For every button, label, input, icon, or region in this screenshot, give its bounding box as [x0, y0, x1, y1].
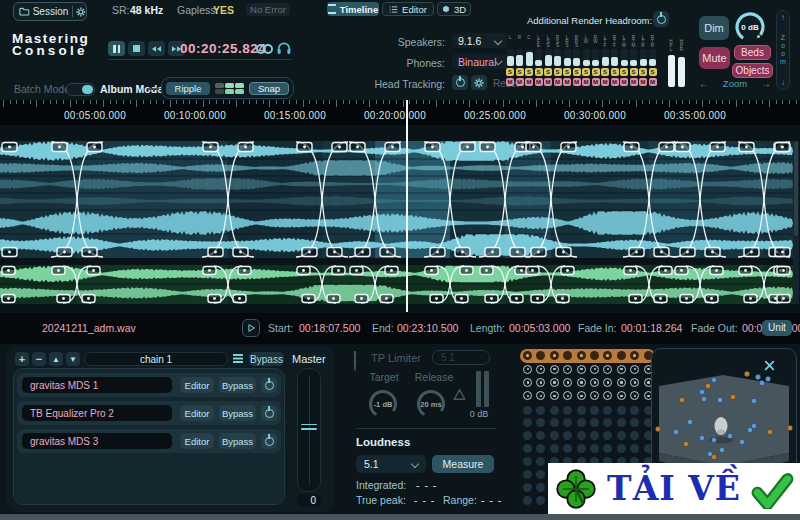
- object-point-orange[interactable]: [787, 425, 792, 430]
- object-grid-dot-dim[interactable]: [523, 496, 532, 505]
- clip-play-button[interactable]: [242, 319, 260, 337]
- playhead[interactable]: [406, 100, 408, 312]
- object-point-orange[interactable]: [730, 394, 735, 399]
- rewind-button[interactable]: [148, 41, 165, 56]
- session-button[interactable]: Session: [13, 2, 87, 21]
- object-grid-dot-active[interactable]: [617, 351, 626, 360]
- object-grid-dot-dim[interactable]: [577, 444, 586, 453]
- channel-mute-button[interactable]: M: [649, 78, 657, 86]
- channel-solo-button[interactable]: S: [525, 68, 533, 76]
- waveform-scrollbar[interactable]: [793, 141, 799, 304]
- object-grid-dot-dim[interactable]: [577, 431, 586, 440]
- channel-mute-button[interactable]: M: [535, 78, 543, 86]
- object-point-orange[interactable]: [767, 429, 772, 434]
- object-point-blue[interactable]: [717, 397, 722, 402]
- object-grid-dot-ring[interactable]: [630, 378, 639, 387]
- channel-solo-button[interactable]: S: [573, 68, 581, 76]
- object-point-blue[interactable]: [701, 396, 706, 401]
- object-grid-dot-ring[interactable]: [617, 391, 626, 400]
- scrollbar-thumb[interactable]: [794, 141, 798, 236]
- chain-bypass-button[interactable]: Bypass: [249, 352, 284, 366]
- objects-button[interactable]: Objects: [732, 63, 773, 78]
- channel-mute-button[interactable]: M: [516, 78, 524, 86]
- object-grid-dot-dim[interactable]: [617, 406, 626, 415]
- horizontal-zoom-control[interactable]: ← Zoom →: [699, 77, 771, 90]
- stop-button[interactable]: [128, 41, 145, 56]
- speakers-dropdown[interactable]: 9.1.6: [452, 33, 507, 48]
- plugin-bypass-button[interactable]: Bypass: [219, 433, 256, 449]
- plugin-editor-button[interactable]: Editor: [180, 377, 214, 393]
- plugin-power-button[interactable]: [261, 377, 277, 393]
- plugin-power-button[interactable]: [261, 433, 277, 449]
- channel-mute-button[interactable]: M: [582, 78, 590, 86]
- object-grid-dot-ring[interactable]: [550, 378, 559, 387]
- object-point-orange[interactable]: [744, 371, 749, 376]
- zoom-up-arrow-icon[interactable]: ↑: [781, 13, 785, 22]
- object-point-blue[interactable]: [687, 419, 692, 424]
- limiter-power-icon[interactable]: [354, 353, 356, 372]
- channel-mute-button[interactable]: M: [611, 78, 619, 86]
- headroom-power-button[interactable]: [653, 11, 669, 27]
- chain-name-field[interactable]: chain 1: [84, 352, 228, 366]
- beds-button[interactable]: Beds: [734, 45, 771, 60]
- monitor-level-knob[interactable]: 0 dB: [733, 10, 767, 44]
- bed-waveform-lanes[interactable]: [0, 141, 793, 258]
- object-grid-dot-dim[interactable]: [590, 406, 599, 415]
- object-grid-dot-ring[interactable]: [617, 378, 626, 387]
- object-point-blue[interactable]: [751, 423, 756, 428]
- object-grid-dot-dim[interactable]: [563, 406, 572, 415]
- channel-solo-button[interactable]: S: [649, 68, 657, 76]
- pause-button[interactable]: [108, 41, 125, 56]
- master-fader-track[interactable]: [297, 368, 321, 492]
- object-point-blue[interactable]: [765, 376, 770, 381]
- object-grid-dot-dim[interactable]: [577, 418, 586, 427]
- object-point-blue[interactable]: [739, 439, 744, 444]
- object-grid-dot-dim[interactable]: [523, 406, 532, 415]
- object-grid-dot-ring[interactable]: [603, 365, 612, 374]
- head-tracking-settings-button[interactable]: [471, 75, 487, 90]
- object-grid-dot-active[interactable]: [523, 351, 532, 360]
- end-value[interactable]: 00:23:10.500: [397, 322, 458, 334]
- object-grid-dot-dim[interactable]: [523, 483, 532, 492]
- snap-button[interactable]: Snap: [249, 82, 289, 95]
- object-point-blue[interactable]: [711, 377, 716, 382]
- object-grid-dot-ring[interactable]: [590, 378, 599, 387]
- channel-mute-button[interactable]: M: [544, 78, 552, 86]
- move-down-button[interactable]: ▼: [66, 352, 80, 366]
- object-point-blue[interactable]: [699, 389, 704, 394]
- object-point-blue[interactable]: [759, 380, 764, 385]
- channel-solo-button[interactable]: S: [601, 68, 609, 76]
- plugin-editor-button[interactable]: Editor: [180, 405, 214, 421]
- fade-in-value[interactable]: 00:01:18.264: [621, 322, 682, 334]
- measure-button[interactable]: Measure: [432, 455, 494, 473]
- vertical-zoom-control[interactable]: ↑ Zoom ↓: [776, 10, 790, 90]
- object-point-orange[interactable]: [711, 454, 716, 459]
- chain-menu-button[interactable]: [233, 354, 243, 364]
- object-grid-dot-ring[interactable]: [617, 365, 626, 374]
- loudness-preset-dropdown[interactable]: 5.1: [356, 455, 426, 473]
- object-grid-dot-ring[interactable]: [523, 378, 532, 387]
- head-tracking-power-button[interactable]: [452, 75, 468, 90]
- object-point-blue[interactable]: [711, 437, 716, 442]
- channel-solo-button[interactable]: S: [535, 68, 543, 76]
- object-grid-dot-dim[interactable]: [630, 406, 639, 415]
- release-knob[interactable]: 20 ms: [414, 387, 448, 421]
- master-fader-handle[interactable]: [300, 422, 318, 432]
- channel-mute-button[interactable]: M: [563, 78, 571, 86]
- plugin-name-field[interactable]: gravitas MDS 1: [22, 377, 172, 393]
- channel-mute-button[interactable]: M: [630, 78, 638, 86]
- object-grid-dot-dim[interactable]: [550, 406, 559, 415]
- unit-button[interactable]: Unit: [762, 320, 792, 336]
- dim-button[interactable]: Dim: [699, 16, 729, 40]
- object-grid-dot-dim[interactable]: [603, 406, 612, 415]
- channel-mute-button[interactable]: M: [525, 78, 533, 86]
- object-grid-dot-active[interactable]: [550, 351, 559, 360]
- zoom-down-arrow-icon[interactable]: ↓: [781, 78, 785, 87]
- start-value[interactable]: 00:18:07.500: [299, 322, 360, 334]
- headphones-icon[interactable]: [276, 40, 292, 56]
- object-point-blue[interactable]: [699, 435, 704, 440]
- object-grid-dot-dim[interactable]: [550, 444, 559, 453]
- channel-solo-button[interactable]: S: [563, 68, 571, 76]
- channel-mute-button[interactable]: M: [592, 78, 600, 86]
- plugin-name-field[interactable]: TB Equalizer Pro 2: [22, 405, 172, 421]
